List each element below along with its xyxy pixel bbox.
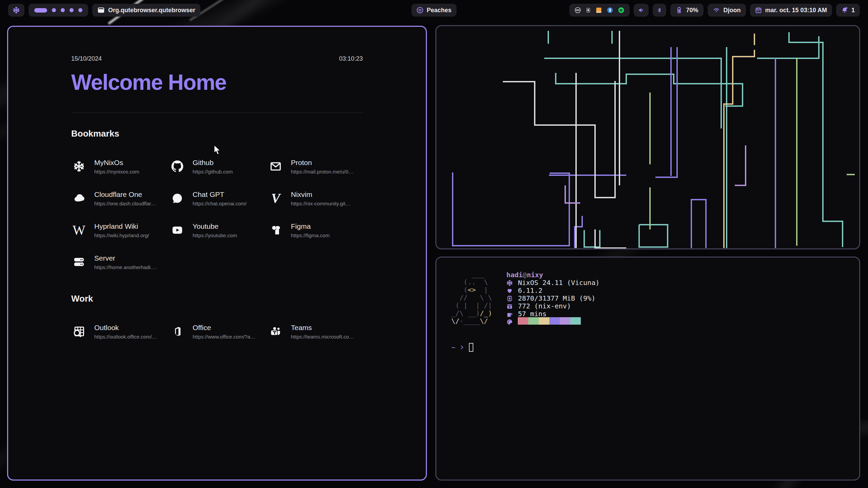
battery-pill[interactable]: 70%	[670, 4, 704, 17]
calendar-icon	[755, 7, 762, 14]
bookmark-url: https://figma.com	[291, 232, 330, 238]
bookmark-url: https://wiki.hyprland.org/	[94, 232, 149, 238]
bookmark-url: https://home.anotherhadi.…	[94, 264, 157, 270]
bookmark-name: Youtube	[193, 222, 237, 230]
palette-swatch	[518, 317, 528, 325]
mail-icon	[268, 159, 283, 174]
bookmark-name: Nixvim	[291, 190, 351, 199]
bookmark-chat-gpt[interactable]: Chat GPThttps://chat.openai.com/	[170, 182, 268, 214]
bookmark-name: Teams	[291, 324, 354, 332]
folder-tray-icon[interactable]	[595, 7, 602, 14]
palette-swatch	[539, 317, 549, 325]
mouse-cursor	[214, 145, 222, 155]
bookmark-server[interactable]: Serverhttps://home.anotherhadi.…	[71, 246, 170, 278]
page-title: Welcome Home	[71, 70, 363, 95]
bookmark-mynixos[interactable]: MyNixOshttps://mynixos.com	[71, 150, 170, 182]
clock-pill[interactable]: mar. oct. 15 03:10 AM	[750, 4, 832, 17]
nix-snowflake-icon	[13, 6, 20, 14]
bookmark-cloudflare-one[interactable]: Cloudflare Onehttps://one.dash.cloudflar…	[71, 182, 170, 214]
qutebrowser-startpage-window: 15/10/2024 03:10:23 Welcome Home Bookmar…	[7, 26, 427, 481]
bluetooth-pill[interactable]	[653, 4, 666, 17]
outlook-icon	[71, 324, 87, 339]
volume-pill[interactable]	[634, 4, 649, 17]
bookmark-teams[interactable]: Teamshttps://teams.microsoft.co…	[268, 316, 366, 347]
window-title-pill[interactable]: Org.qutebrowser.qutebrowser	[92, 4, 200, 17]
wiki-w-icon: W	[71, 222, 87, 238]
bookmark-url: https://teams.microsoft.co…	[291, 334, 354, 340]
bookmark-proton[interactable]: Protonhttps://mail.proton.me/u/0…	[268, 150, 366, 182]
bookmark-url: https://mynixos.com	[94, 169, 139, 175]
bookmark-youtube[interactable]: Youtubehttps://youtube.com	[170, 214, 268, 246]
notification-pill[interactable]: 1	[836, 4, 860, 17]
workspace-indicator[interactable]	[28, 4, 88, 17]
bookmark-name: MyNixOs	[94, 159, 139, 167]
workspace-dot[interactable]	[70, 8, 74, 12]
teams-icon	[268, 324, 283, 339]
ff-nix-icon	[506, 280, 518, 286]
bookmark-url: https://www.office.com/?a…	[193, 334, 255, 340]
window-title: Org.qutebrowser.qutebrowser	[108, 7, 195, 14]
bookmark-grid: MyNixOshttps://mynixos.comGithubhttps://…	[71, 150, 363, 278]
bookmark-name: Server	[94, 254, 157, 262]
bookmark-name: Proton	[291, 159, 353, 167]
startpage-time: 03:10:23	[339, 55, 363, 62]
workspace-dot[interactable]	[78, 8, 82, 12]
terminal-cursor	[469, 343, 473, 352]
fastfetch-info-line: 2870/31377 MiB (9%)	[506, 294, 599, 302]
cloud-icon	[71, 190, 87, 206]
bookmark-url: https://github.com	[193, 169, 233, 175]
bookmark-name: Cloudflare One	[94, 190, 156, 199]
bookmark-url: https://chat.openai.com/	[193, 201, 246, 206]
spotify-icon	[416, 7, 423, 14]
workspace-active[interactable]	[34, 8, 47, 13]
fastfetch-ascii-art: ___ (.. \ (<> | // \ \ ( | | /| _/\ __)/…	[451, 270, 492, 326]
top-bar: Org.qutebrowser.qutebrowser Peaches 70% …	[0, 0, 868, 20]
bookmark-url: https://youtube.com	[193, 232, 237, 238]
spotify-tray-icon[interactable]	[618, 7, 625, 14]
fastfetch-color-palette	[506, 318, 599, 326]
bookmark-name: Hyprland Wiki	[94, 222, 149, 230]
goggles-tray-icon[interactable]	[574, 7, 581, 14]
bookmark-url: https://one.dash.cloudflar…	[94, 201, 156, 206]
bookmark-url: https://nix-community.git…	[291, 201, 351, 206]
fastfetch-info-line: 57 mins	[506, 310, 599, 318]
bookmark-outlook[interactable]: Outlookhttps://outlook.office.com/…	[71, 316, 170, 347]
music-player-pill[interactable]: Peaches	[411, 4, 456, 17]
bluetooth-tray-icon[interactable]	[607, 7, 613, 14]
bookmark-url: https://outlook.office.com/…	[94, 334, 157, 340]
terminal-window[interactable]: ___ (.. \ (<> | // \ \ ( | | /| _/\ __)/…	[435, 257, 860, 481]
nix-menu-button[interactable]	[8, 4, 24, 17]
bookmark-nixvim[interactable]: VNixvimhttps://nix-community.git…	[268, 182, 366, 214]
widget-tray-icon[interactable]	[586, 7, 591, 13]
fastfetch-info-line: NixOS 24.11 (Vicuna)	[506, 279, 599, 287]
speaker-icon	[638, 7, 645, 14]
system-tray[interactable]	[569, 4, 630, 17]
workspace-dot[interactable]	[61, 8, 65, 12]
github-icon	[170, 159, 185, 174]
bell-icon	[841, 7, 848, 14]
fastfetch-info-line: 6.11.2	[506, 287, 599, 294]
section-title-work: Work	[71, 293, 363, 304]
bookmark-name: Chat GPT	[193, 190, 246, 199]
network-pill[interactable]: Djoon	[708, 4, 746, 17]
shell-prompt[interactable]: ~	[451, 343, 473, 352]
palette-swatch	[528, 317, 539, 325]
bookmark-figma[interactable]: Figmahttps://figma.com	[268, 214, 366, 246]
startpage-date: 15/10/2024	[71, 55, 102, 62]
bookmark-grid: Outlookhttps://outlook.office.com/…Offic…	[71, 316, 363, 347]
office-icon	[170, 324, 185, 339]
workspace-dot[interactable]	[52, 8, 56, 12]
notification-count: 1	[851, 7, 855, 14]
fastfetch-user-host: hadi@nixy	[506, 271, 599, 279]
youtube-icon	[170, 222, 185, 238]
bar-right-group: 70% Djoon mar. oct. 15 03:10 AM 1	[569, 4, 860, 17]
bookmark-hyprland-wiki[interactable]: WHyprland Wikihttps://wiki.hyprland.org/	[71, 214, 170, 246]
music-track-label: Peaches	[427, 7, 451, 14]
bookmark-github[interactable]: Githubhttps://github.com	[170, 150, 268, 182]
divider	[71, 113, 363, 113]
bar-left-group: Org.qutebrowser.qutebrowser	[8, 4, 200, 17]
window-icon	[97, 7, 105, 14]
chat-icon	[170, 190, 185, 206]
bookmark-office[interactable]: Officehttps://www.office.com/?a…	[170, 316, 268, 347]
prompt-cwd: ~	[451, 344, 455, 351]
